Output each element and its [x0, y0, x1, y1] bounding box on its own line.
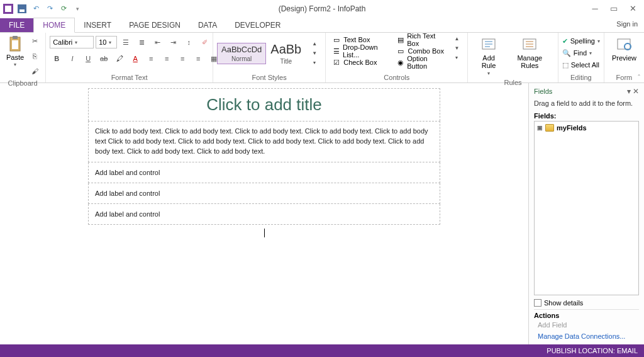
ribbon-tabs: FILE HOME INSERT PAGE DESIGN DATA DEVELO…: [0, 18, 644, 33]
control-rich-text[interactable]: ▤Rich Text Box: [394, 34, 448, 45]
svg-rect-1: [5, 6, 11, 12]
tree-root[interactable]: ▣ myFields: [537, 124, 636, 132]
form-row-2[interactable]: Add label and control: [88, 183, 440, 204]
font-combo[interactable]: Calibri▾: [50, 36, 94, 48]
fields-pane: Fields ▾ ✕ Drag a field to add it to the…: [528, 83, 644, 344]
cut-icon[interactable]: ✂: [28, 34, 42, 48]
actions-heading: Actions: [534, 309, 639, 319]
form-title-placeholder[interactable]: Click to add title: [88, 88, 440, 121]
paste-label: Paste: [6, 54, 24, 61]
status-bar: PUBLISH LOCATION: EMAIL: [0, 344, 644, 357]
folder-icon: [545, 124, 554, 132]
workspace: Click to add title Click to add body tex…: [0, 83, 644, 344]
group-label: Editing: [562, 72, 600, 82]
qat-dropdown-icon[interactable]: ▾: [72, 3, 83, 14]
form-page: Click to add title Click to add body tex…: [88, 88, 440, 344]
tab-home[interactable]: HOME: [33, 18, 75, 33]
format-painter-icon[interactable]: 🖌: [28, 64, 42, 78]
group-label: Form: [608, 72, 640, 82]
form-body-placeholder[interactable]: Click to add body text. Click to add bod…: [88, 121, 440, 162]
controls-down-icon[interactable]: ▼: [450, 43, 464, 52]
close-button[interactable]: ✕: [624, 3, 641, 15]
font-color-icon[interactable]: A: [128, 52, 142, 65]
style-title[interactable]: AaBb Title: [266, 40, 306, 67]
increase-indent-icon[interactable]: ⇥: [166, 35, 180, 49]
text-cursor: [264, 229, 265, 237]
group-rules: Add Rule▾ Manage Rules Rules: [468, 33, 558, 82]
svg-rect-5: [13, 36, 18, 39]
control-drop-down[interactable]: ☰Drop-Down List...: [330, 45, 394, 57]
line-spacing-icon[interactable]: ↕: [182, 35, 196, 49]
save-icon[interactable]: [16, 3, 28, 14]
strikethrough-icon[interactable]: ab: [97, 52, 111, 65]
tab-page-design[interactable]: PAGE DESIGN: [120, 18, 189, 32]
sign-in-link[interactable]: Sign in: [616, 20, 638, 28]
group-editing: ✔Spelling▾ 🔍Find▾ ⬚Select All Editing: [558, 33, 604, 82]
title-bar: ↶ ↷ ⟳ ▾ (Design) Form2 - InfoPath ─ ▭ ✕: [0, 0, 644, 18]
group-format-text: Calibri▾ 10▾ ☰ ≣ ⇤ ⇥ ↕ ✐ B I U ab 🖍 A ≡ …: [46, 33, 213, 82]
fields-label: Fields:: [534, 112, 639, 120]
font-size-combo[interactable]: 10▾: [96, 36, 117, 48]
manage-connections-link[interactable]: Manage Data Connections...: [534, 331, 639, 342]
undo-icon[interactable]: ↶: [30, 3, 42, 14]
minimize-button[interactable]: ─: [586, 3, 604, 15]
align-center-icon[interactable]: ≡: [160, 52, 174, 65]
group-controls: ▭Text Box ☰Drop-Down List... ☑Check Box …: [326, 33, 468, 82]
styles-down-icon[interactable]: ▼: [308, 49, 321, 58]
find-button[interactable]: 🔍Find▾: [562, 47, 592, 59]
bullets-icon[interactable]: ☰: [119, 35, 133, 49]
publish-location: PUBLISH LOCATION: EMAIL: [547, 347, 638, 354]
fields-pane-title: Fields: [534, 88, 552, 95]
group-label: Controls: [330, 72, 464, 82]
refresh-icon[interactable]: ⟳: [58, 3, 69, 14]
style-normal[interactable]: AaBbCcDd Normal: [217, 43, 266, 64]
app-icon: [3, 3, 14, 14]
fields-pane-hint: Drag a field to add it to the form.: [534, 99, 639, 107]
justify-icon[interactable]: ≡: [191, 52, 205, 65]
fields-tree[interactable]: ▣ myFields: [534, 121, 639, 295]
group-clipboard: Paste ▾ ✂ ⎘ 🖌 Clipboard: [0, 33, 46, 82]
styles-up-icon[interactable]: ▲: [308, 40, 321, 48]
align-left-icon[interactable]: ≡: [144, 52, 158, 65]
pane-dropdown-icon[interactable]: ▾: [627, 87, 631, 96]
highlight-icon[interactable]: 🖍: [113, 52, 126, 65]
add-rule-button[interactable]: Add Rule▾: [472, 34, 505, 77]
align-right-icon[interactable]: ≡: [175, 52, 189, 65]
select-all-button[interactable]: ⬚Select All: [562, 59, 599, 71]
redo-icon[interactable]: ↷: [44, 3, 55, 14]
copy-icon[interactable]: ⎘: [28, 49, 42, 63]
control-option-button[interactable]: ◉Option Button: [394, 57, 448, 68]
group-label: Font Styles: [217, 72, 321, 82]
paste-button[interactable]: Paste ▾: [4, 34, 26, 69]
controls-more-icon[interactable]: ▾: [450, 53, 464, 62]
ribbon: Paste ▾ ✂ ⎘ 🖌 Clipboard Calibri▾ 10▾ ☰ ≣…: [0, 33, 644, 83]
form-row-1[interactable]: Add label and control: [88, 162, 440, 183]
add-field-link: Add Field: [534, 319, 639, 331]
preview-button[interactable]: Preview: [608, 34, 640, 63]
group-font-styles: AaBbCcDd Normal AaBb Title ▲ ▼ ▾ Font St…: [213, 33, 326, 82]
manage-rules-button[interactable]: Manage Rules: [506, 34, 554, 71]
italic-icon[interactable]: I: [65, 52, 79, 65]
form-row-3[interactable]: Add label and control: [88, 204, 440, 225]
decrease-indent-icon[interactable]: ⇤: [150, 35, 164, 49]
window-title: (Design) Form2 - InfoPath: [0, 4, 644, 13]
restore-button[interactable]: ▭: [605, 3, 623, 15]
tab-developer[interactable]: DEVELOPER: [226, 18, 289, 32]
underline-icon[interactable]: U: [81, 52, 95, 65]
collapse-ribbon-icon[interactable]: ˆ: [638, 74, 640, 81]
spelling-button[interactable]: ✔Spelling▾: [562, 35, 600, 47]
clear-format-icon[interactable]: ✐: [197, 35, 211, 49]
tab-insert[interactable]: INSERT: [75, 18, 120, 32]
bold-icon[interactable]: B: [50, 52, 64, 65]
group-label: Format Text: [50, 72, 209, 82]
controls-up-icon[interactable]: ▲: [450, 34, 464, 43]
tab-file[interactable]: FILE: [0, 18, 33, 32]
show-details-checkbox[interactable]: Show details: [534, 299, 639, 307]
svg-rect-6: [12, 40, 18, 49]
control-check-box[interactable]: ☑Check Box: [330, 57, 394, 68]
numbering-icon[interactable]: ≣: [135, 35, 148, 49]
design-canvas[interactable]: Click to add title Click to add body tex…: [0, 83, 528, 344]
styles-more-icon[interactable]: ▾: [308, 59, 321, 67]
pane-close-icon[interactable]: ✕: [633, 87, 639, 96]
tab-data[interactable]: DATA: [189, 18, 226, 32]
